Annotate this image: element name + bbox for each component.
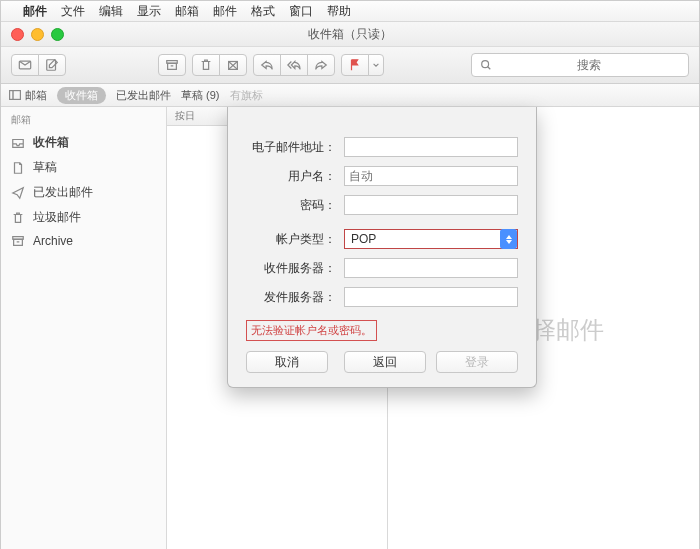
account-setup-sheet: 电子邮件地址： 用户名： 密码： 帐户类型： POP xyxy=(227,107,537,388)
sidebar-item-archive[interactable]: Archive xyxy=(1,230,166,252)
cancel-button[interactable]: 取消 xyxy=(246,351,328,373)
favbar-drafts[interactable]: 草稿 (9) xyxy=(181,88,220,103)
menu-app[interactable]: 邮件 xyxy=(23,3,47,20)
search-icon xyxy=(480,59,492,71)
mailbox-sidebar: 邮箱 收件箱 草稿 已发出邮件 垃圾邮件 Archive xyxy=(1,107,167,549)
menu-view[interactable]: 显示 xyxy=(137,3,161,20)
sidebar-item-label: 垃圾邮件 xyxy=(33,209,81,226)
sidebar-item-label: 已发出邮件 xyxy=(33,184,93,201)
sidebar-item-drafts[interactable]: 草稿 xyxy=(1,155,166,180)
signin-button-label: 登录 xyxy=(465,354,489,371)
zoom-window-button[interactable] xyxy=(51,28,64,41)
account-type-dropdown[interactable]: POP xyxy=(344,229,518,249)
back-button-label: 返回 xyxy=(373,354,397,371)
reply-all-icon xyxy=(287,58,301,72)
password-label: 密码： xyxy=(246,197,336,214)
svg-rect-6 xyxy=(10,91,21,100)
search-field[interactable] xyxy=(471,53,689,77)
menu-format[interactable]: 格式 xyxy=(251,3,275,20)
compose-button[interactable] xyxy=(38,54,66,76)
incoming-server-field[interactable] xyxy=(344,258,518,278)
password-field[interactable] xyxy=(344,195,518,215)
username-field[interactable] xyxy=(344,166,518,186)
menu-edit[interactable]: 编辑 xyxy=(99,3,123,20)
archive-button[interactable] xyxy=(158,54,186,76)
menu-window[interactable]: 窗口 xyxy=(289,3,313,20)
menu-mailbox[interactable]: 邮箱 xyxy=(175,3,199,20)
outgoing-server-field[interactable] xyxy=(344,287,518,307)
reply-button[interactable] xyxy=(253,54,281,76)
dropdown-arrows-icon xyxy=(500,229,517,249)
paperplane-icon xyxy=(11,186,25,200)
window-title: 收件箱（只读） xyxy=(308,26,392,43)
favbar-mailboxes-label: 邮箱 xyxy=(25,88,47,103)
menu-help[interactable]: 帮助 xyxy=(327,3,351,20)
trash-icon xyxy=(199,58,213,72)
account-type-label: 帐户类型： xyxy=(246,231,336,248)
signin-button[interactable]: 登录 xyxy=(436,351,518,373)
cancel-button-label: 取消 xyxy=(275,354,299,371)
favbar-sent[interactable]: 已发出邮件 xyxy=(116,88,171,103)
document-icon xyxy=(11,161,25,175)
menu-message[interactable]: 邮件 xyxy=(213,3,237,20)
forward-icon xyxy=(314,58,328,72)
flag-button[interactable] xyxy=(341,54,369,76)
menu-file[interactable]: 文件 xyxy=(61,3,85,20)
sidebar-item-sent[interactable]: 已发出邮件 xyxy=(1,180,166,205)
get-mail-button[interactable] xyxy=(11,54,39,76)
favbar-flagged[interactable]: 有旗标 xyxy=(230,88,263,103)
close-window-button[interactable] xyxy=(11,28,24,41)
archive-icon xyxy=(165,58,179,72)
svg-point-5 xyxy=(482,61,489,68)
trash-icon xyxy=(11,211,25,225)
favbar-mailboxes[interactable]: 邮箱 xyxy=(9,88,47,103)
reply-all-button[interactable] xyxy=(280,54,308,76)
junk-button[interactable] xyxy=(219,54,247,76)
incoming-server-label: 收件服务器： xyxy=(246,260,336,277)
inbox-icon xyxy=(11,136,25,150)
reply-icon xyxy=(260,58,274,72)
archive-icon xyxy=(11,234,25,248)
compose-icon xyxy=(45,58,59,72)
flag-icon xyxy=(348,58,362,72)
delete-button[interactable] xyxy=(192,54,220,76)
search-input[interactable] xyxy=(498,57,680,73)
sidebar-item-label: Archive xyxy=(33,234,73,248)
username-label: 用户名： xyxy=(246,168,336,185)
email-label: 电子邮件地址： xyxy=(246,139,336,156)
favorites-bar: 邮箱 收件箱 已发出邮件 草稿 (9) 有旗标 xyxy=(1,84,699,107)
favbar-inbox[interactable]: 收件箱 xyxy=(57,87,106,104)
email-field[interactable] xyxy=(344,137,518,157)
sidebar-item-label: 草稿 xyxy=(33,159,57,176)
auth-error-message: 无法验证帐户名或密码。 xyxy=(246,320,377,341)
back-button[interactable]: 返回 xyxy=(344,351,426,373)
system-menubar: 邮件 文件 编辑 显示 邮箱 邮件 格式 窗口 帮助 xyxy=(1,1,699,22)
forward-button[interactable] xyxy=(307,54,335,76)
toolbar xyxy=(1,47,699,84)
flag-menu-button[interactable] xyxy=(368,54,384,76)
envelope-icon xyxy=(18,58,32,72)
outgoing-server-label: 发件服务器： xyxy=(246,289,336,306)
account-type-value: POP xyxy=(345,232,382,246)
window-titlebar: 收件箱（只读） xyxy=(1,22,699,47)
sidebar-item-inbox[interactable]: 收件箱 xyxy=(1,130,166,155)
sidebar-toggle-icon xyxy=(9,90,21,100)
junk-icon xyxy=(226,58,240,72)
chevron-down-icon xyxy=(372,61,380,69)
sidebar-item-label: 收件箱 xyxy=(33,134,69,151)
sidebar-item-junk[interactable]: 垃圾邮件 xyxy=(1,205,166,230)
sidebar-header: 邮箱 xyxy=(1,109,166,130)
minimize-window-button[interactable] xyxy=(31,28,44,41)
